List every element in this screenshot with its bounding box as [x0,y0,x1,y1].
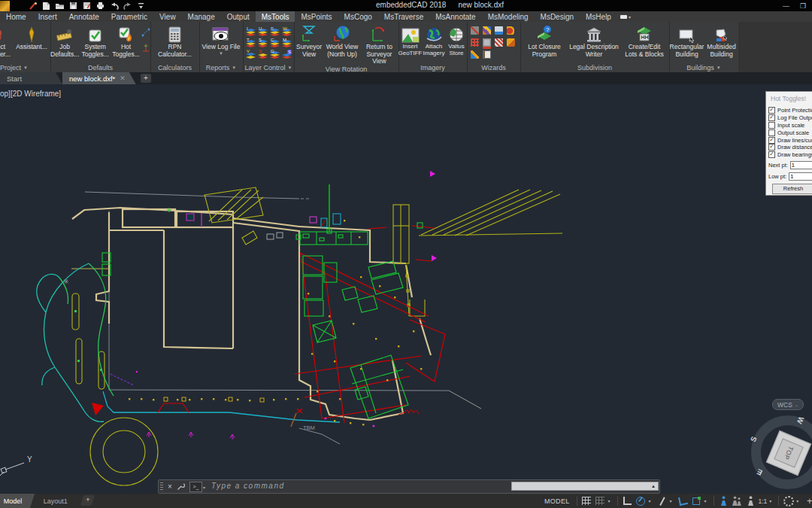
wizard-icon-1[interactable] [471,26,479,35]
wizard-icon-7[interactable] [495,38,503,47]
toggle-draw-distances[interactable]: Draw distances [768,144,812,151]
layer-icon-10[interactable]: X [257,49,268,59]
tab-output[interactable]: Output [221,11,256,22]
tab-mshelp[interactable]: MsHelp [580,11,617,22]
lot-closure-button[interactable]: ? Lot Closure Program [521,23,568,58]
layer-icon-11[interactable]: G [269,49,280,59]
project-manager-button[interactable]: Project Manager... [0,23,13,58]
object-snap-tracking-icon[interactable] [677,495,689,506]
line-settings-icon[interactable] [141,26,150,40]
tab-home[interactable]: Home [0,11,32,22]
plot-icon[interactable] [95,2,105,11]
tab-new-block-dxf[interactable]: new block.dxf* ✕ [62,72,136,84]
open-folder-icon[interactable] [55,2,65,11]
ortho-mode-icon[interactable] [622,495,633,506]
refresh-button[interactable]: Refresh [772,184,812,194]
rpn-calculator-button[interactable]: RPN Calculator... [153,23,197,58]
viewport-controls-label[interactable]: op][2D Wireframe] [0,90,61,98]
save-as-icon[interactable] [82,2,92,11]
close-tab-icon[interactable]: ✕ [120,75,126,82]
tab-start[interactable]: Start [0,72,62,84]
wizard-icon-10[interactable] [483,50,491,59]
layer-icon-5[interactable]: T [245,38,256,48]
wizard-icon-5[interactable] [471,38,479,47]
layout-tab-model[interactable]: Model [0,494,35,508]
maximize-button[interactable]: ❐ [800,2,806,10]
close-icon[interactable]: × [165,480,175,493]
wizard-icon-8[interactable] [507,38,515,47]
command-line[interactable]: × >_ ▾ Type a command ▲ [158,479,660,494]
chevron-down-icon[interactable]: ▾ [649,498,654,503]
tab-msannotate[interactable]: MsAnnotate [429,11,481,22]
snap-mode-icon[interactable] [595,495,606,506]
attach-imagery-button[interactable]: Attach Imagery [423,23,445,57]
tab-msmodeling[interactable]: MsModeling [482,11,535,22]
expand-history-icon[interactable]: ▲ [651,484,656,488]
create-edit-lots-button[interactable]: HH Create/Edit Lots & Blocks [620,23,668,58]
new-drawing-button[interactable]: + [141,74,151,83]
ucs-icon[interactable]: Y [0,452,45,485]
model-space-indicator[interactable]: MODEL [541,497,573,505]
wizard-icon-2[interactable] [483,26,491,35]
calculators-group-label[interactable]: Calculators [150,62,199,72]
checkbox[interactable] [768,144,775,151]
imagery-group-label[interactable]: Imagery [398,62,467,72]
wizard-icon-3[interactable] [495,26,503,35]
toggle-output-scale[interactable]: Output scale [768,129,812,136]
toggle-log-file-output[interactable]: Log File Output [768,114,812,122]
layer-icon-4[interactable]: W [281,26,292,37]
grid-display-icon[interactable] [581,495,592,506]
chevron-down-icon[interactable]: ▾ [796,498,801,503]
layer-icon-7[interactable]: C [269,38,280,48]
low-pt-input[interactable] [789,172,812,181]
next-pt-input[interactable] [790,161,812,169]
command-line-grip[interactable] [160,482,163,491]
annotation-scale-value[interactable]: 1:1 [759,497,768,505]
object-snap-icon[interactable] [691,495,702,506]
toggle-draw-lines-curves[interactable]: Draw lines/curves [768,136,812,144]
checkbox[interactable] [768,129,775,136]
command-input-placeholder[interactable]: Type a command [211,482,285,493]
layer-icon-1[interactable]: I [245,26,256,37]
ribbon-display-toggle[interactable]: ▾ [617,11,634,22]
polar-tracking-icon[interactable] [635,495,647,506]
multisided-building-button[interactable]: Multisided Building [705,23,738,58]
chevron-down-icon[interactable]: ▾ [704,498,710,503]
annotation-scale-person-icon[interactable] [745,495,756,506]
valtus-store-button[interactable]: Valtus Store [446,23,467,57]
new-layout-button[interactable]: + [80,495,95,506]
tab-parametric[interactable]: Parametric [105,11,153,22]
surveyor-view-button[interactable]: Surveyor View [294,23,324,58]
isometric-drafting-icon[interactable] [656,495,668,506]
legal-description-writer-button[interactable]: Legal Description Writer [568,23,620,58]
toggle-point-protection[interactable]: Point Protection [768,107,812,114]
layer-icon-6[interactable]: S [257,38,268,48]
tab-mspoints[interactable]: MsPoints [295,11,338,22]
world-view-button[interactable]: World View (North Up) [325,23,359,58]
tab-msdesign[interactable]: MsDesign [535,11,580,22]
tab-view[interactable]: View [153,11,182,22]
workspace-gear-icon[interactable] [783,495,794,506]
reports-group-label[interactable]: Reports▼ [199,62,243,72]
layer-icon-12[interactable]: S [281,49,292,59]
annotation-autoscale-icon[interactable] [732,495,743,506]
undo-icon[interactable] [109,2,119,11]
tab-annotate[interactable]: Annotate [63,11,105,22]
tab-mscogo[interactable]: MsCogo [338,11,378,22]
system-toggles-button[interactable]: System Toggles... [80,23,111,58]
tab-manage[interactable]: Manage [182,11,221,22]
wizards-group-label[interactable]: Wizards [467,62,520,72]
assistant-button[interactable]: Assistant... [14,23,50,51]
checkbox[interactable] [768,137,775,144]
save-icon[interactable] [68,2,78,11]
customization-plus-icon[interactable]: + [804,495,812,506]
chevron-down-icon[interactable]: ▾ [203,485,205,493]
layer-icon-2[interactable]: U [257,26,268,37]
return-surveyor-view-button[interactable]: Return to Surveyor View [360,23,398,65]
annotation-visibility-icon[interactable] [718,495,729,506]
subdivision-group-label[interactable]: Subdivision [520,62,669,72]
tab-insert[interactable]: Insert [32,11,63,22]
toggle-input-scale[interactable]: Input scale [768,122,812,129]
view-rotation-group-label[interactable]: View Rotation [294,65,398,72]
chevron-down-icon[interactable]: ▾ [608,498,614,503]
